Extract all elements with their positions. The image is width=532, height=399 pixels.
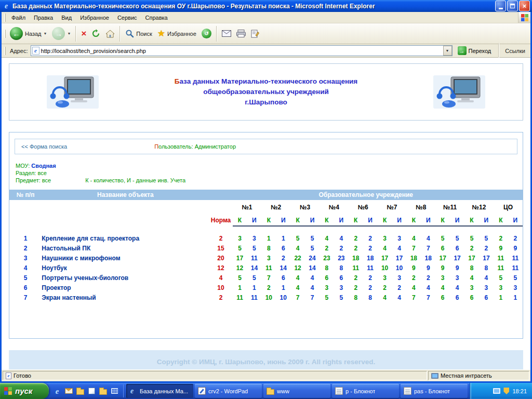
start-button[interactable]: пуск	[0, 383, 49, 399]
i-value: 18	[363, 254, 378, 263]
k-value: 5	[435, 226, 450, 244]
search-label: Поиск	[136, 31, 152, 37]
history-icon: ↺	[202, 29, 211, 38]
k-value: 11	[494, 263, 508, 273]
i-value: 3	[334, 283, 349, 293]
i-value: 2	[363, 283, 378, 293]
tray-network-icon[interactable]	[493, 388, 500, 394]
i-value: 14	[276, 263, 290, 273]
menu-item-favorites[interactable]: Избранное	[76, 13, 113, 22]
address-field[interactable]: e ▼	[31, 45, 453, 56]
back-button[interactable]: ← Назад ▼	[7, 26, 49, 41]
k-value: 2	[320, 244, 334, 254]
quicklaunch-show-desktop-icon[interactable]	[87, 387, 96, 396]
object-name: Наушники с микрофоном	[42, 254, 209, 263]
menu-item-view[interactable]: Вид	[57, 13, 76, 22]
menu-item-tools[interactable]: Сервис	[113, 13, 141, 22]
mail-button[interactable]	[219, 29, 234, 38]
k-value: 8	[464, 263, 479, 273]
object-name: Настольный ПК	[42, 244, 209, 254]
back-label: Назад	[25, 31, 42, 37]
task-label: crv2 - WordPad	[208, 388, 248, 394]
search-form-link[interactable]: << Форма поиска	[21, 143, 67, 150]
forward-dropdown-icon[interactable]: ▼	[67, 32, 71, 35]
history-button[interactable]: ↺	[199, 28, 214, 39]
taskbar-task[interactable]: База данных Ма...	[126, 384, 193, 398]
norm-value: 20	[209, 254, 232, 263]
toolbar-grip	[4, 30, 6, 38]
ie-logo-icon: e	[2, 2, 10, 10]
i-header: И	[276, 215, 290, 226]
forward-button[interactable]: → ▼	[49, 26, 73, 41]
k-value: 2	[406, 273, 421, 283]
i-value: 5	[450, 226, 464, 244]
menu-item-edit[interactable]: Правка	[30, 13, 57, 22]
k-value: 11	[261, 263, 276, 273]
row-number: 6	[9, 283, 42, 293]
i-header: И	[479, 215, 494, 226]
norm-value: 2	[209, 293, 232, 303]
address-input[interactable]	[39, 48, 443, 54]
table-row: 5Портреты ученых-биологов455764466223322…	[9, 273, 523, 283]
tray-status-icon[interactable]	[503, 388, 509, 394]
quicklaunch-grid-icon[interactable]	[110, 387, 119, 396]
favorites-button[interactable]: ★ Избранное	[155, 28, 199, 39]
maximize-button[interactable]	[507, 1, 518, 11]
home-icon	[105, 30, 115, 38]
stop-button[interactable]: ×	[78, 28, 89, 39]
object-name: Экран настенный	[42, 293, 209, 303]
k-value: 3	[320, 283, 334, 293]
taskbar-task[interactable]: pas - Блокнот	[401, 384, 468, 398]
stop-icon: ×	[81, 29, 86, 38]
results-panel: << Форма поиска Пользователь: Администра…	[9, 132, 523, 339]
status-bar: e Готово Местная интрасеть	[2, 369, 530, 381]
row-number: 5	[9, 273, 42, 283]
quicklaunch-folder2-icon[interactable]	[98, 387, 108, 396]
k-value: 4	[290, 244, 305, 254]
desktop: e База данных Материально-технического о…	[0, 0, 532, 399]
i-value: 10	[276, 293, 290, 303]
norm-value: 12	[209, 263, 232, 273]
print-button[interactable]	[234, 29, 248, 38]
i-value: 14	[247, 263, 261, 273]
table-row: 7Экран настенный211111010775588447766661…	[9, 293, 523, 303]
i-value: 3	[392, 273, 407, 283]
taskbar-task[interactable]: p - Блокнот	[332, 384, 399, 398]
taskbar-task[interactable]: www	[263, 384, 330, 398]
address-grip	[4, 47, 6, 55]
k-value: 8	[349, 293, 363, 303]
k-value: 2	[349, 226, 363, 244]
minimize-button[interactable]	[495, 1, 506, 11]
forward-icon: →	[52, 27, 65, 40]
edit-button[interactable]	[248, 29, 262, 39]
notepad-icon	[404, 387, 411, 395]
quicklaunch-ie-icon[interactable]: e	[52, 387, 62, 396]
quicklaunch-mail-icon[interactable]	[64, 387, 73, 396]
computer-image-left	[47, 75, 99, 109]
k-value: 4	[435, 283, 450, 293]
go-button[interactable]: → Переход	[455, 46, 494, 56]
i-value: 2	[276, 254, 290, 263]
menu-item-file[interactable]: Файл	[7, 13, 30, 22]
close-button[interactable]: ×	[519, 1, 530, 11]
taskbar-task[interactable]: crv2 - WordPad	[195, 384, 262, 398]
k-value: 10	[261, 293, 276, 303]
title-bar[interactable]: e База данных Материально-технического о…	[0, 0, 532, 12]
i-value: 8	[363, 293, 378, 303]
back-icon: ←	[10, 27, 23, 40]
home-button[interactable]	[103, 29, 117, 39]
k-value: 2	[464, 244, 479, 254]
row-number: 2	[9, 244, 42, 254]
go-label: Переход	[469, 48, 491, 54]
quicklaunch-folder-icon[interactable]	[75, 387, 85, 396]
links-label[interactable]: Ссылки	[504, 48, 528, 54]
browser-viewport: База данных Материально-технического осн…	[2, 58, 530, 369]
refresh-button[interactable]	[89, 28, 103, 39]
address-dropdown-button[interactable]: ▼	[443, 46, 452, 56]
k-value: 4	[406, 226, 421, 244]
k-value: 6	[464, 293, 479, 303]
back-dropdown-icon[interactable]: ▼	[44, 32, 47, 35]
search-button[interactable]: Поиск	[123, 28, 154, 39]
menu-item-help[interactable]: Справка	[141, 13, 172, 22]
i-value: 17	[450, 254, 464, 263]
